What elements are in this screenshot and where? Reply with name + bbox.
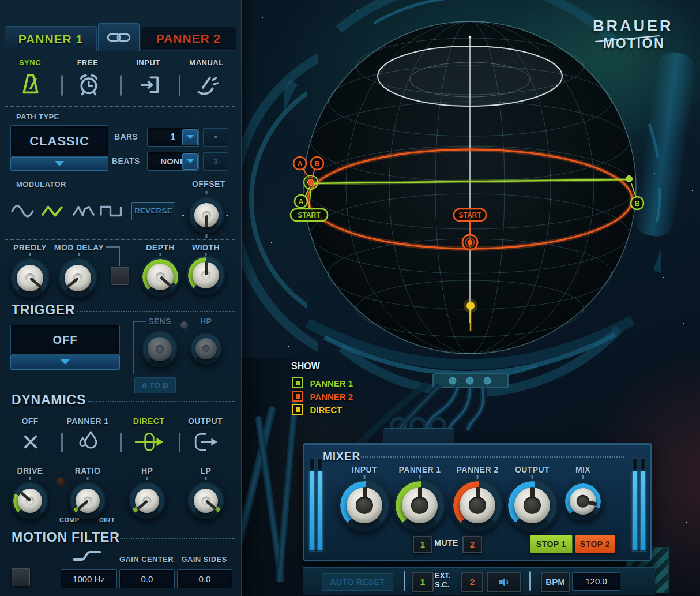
bars-value[interactable]: 1 — [147, 128, 199, 147]
machinery-arc — [284, 0, 660, 378]
depth-knob[interactable] — [142, 259, 178, 295]
manual-mode-button[interactable] — [195, 73, 219, 99]
free-mode-button[interactable] — [77, 73, 100, 99]
show-direct-checkbox[interactable] — [292, 404, 303, 415]
knob-tick — [206, 234, 208, 238]
motion-filter-header: MOTION FILTER — [12, 530, 120, 545]
show-panner2-checkbox[interactable] — [292, 391, 303, 402]
offset-label: OFFSET — [192, 179, 225, 189]
dyn-direct-button[interactable] — [134, 432, 165, 455]
gain-center-field[interactable]: 0.0 — [119, 569, 175, 588]
panner1-path[interactable] — [311, 179, 629, 183]
offset-min-tick: - — [182, 211, 185, 219]
trigger-hp-knob[interactable] — [191, 334, 220, 363]
mixer-output-knob[interactable] — [508, 481, 556, 530]
bars-dot-button[interactable] — [203, 128, 228, 147]
sens-knob[interactable] — [144, 333, 176, 365]
dyn-off-label: OFF — [21, 417, 38, 426]
ratio-knob[interactable] — [71, 484, 104, 518]
brand-logo: BRAUER — [593, 17, 673, 35]
sync-mode-button[interactable] — [20, 73, 42, 99]
mod-delay-knob[interactable] — [60, 260, 96, 296]
hp-knob[interactable] — [130, 484, 164, 518]
output-meter-right — [640, 458, 646, 552]
wave-saw-button[interactable] — [71, 202, 96, 223]
trigger-dropdown[interactable] — [10, 355, 120, 370]
reverse-button[interactable]: REVERSE — [131, 202, 175, 220]
input-label: INPUT — [136, 58, 160, 67]
knob-tick — [206, 191, 208, 194]
tab-panner1[interactable]: PANNER 1 — [5, 26, 97, 51]
show-panner1-toggle[interactable]: PANNER 1 — [292, 377, 353, 391]
dyn-direct-label: DIRECT — [133, 417, 165, 426]
mixer-panner2-knob[interactable] — [453, 481, 502, 530]
show-direct-toggle[interactable]: DIRECT — [292, 404, 342, 417]
input-meter-right — [317, 458, 323, 552]
lp-knob[interactable] — [189, 484, 223, 518]
drive-knob[interactable] — [13, 484, 47, 518]
header-divider — [77, 311, 235, 312]
mute-label: MUTE — [434, 538, 458, 548]
mixer-input-knob[interactable] — [340, 481, 389, 530]
dyn-off-button[interactable] — [21, 433, 40, 453]
metronome-icon — [20, 73, 42, 97]
mute-2-button[interactable]: 2 — [462, 536, 482, 553]
stop-1-button[interactable]: STOP 1 — [530, 535, 573, 553]
dyn-output-button[interactable] — [193, 432, 219, 455]
show-panner1-checkbox[interactable] — [292, 377, 303, 388]
bars-dropdown-arrow[interactable] — [182, 129, 198, 145]
offset-knob[interactable] — [190, 199, 223, 231]
path-type-label: PATH TYPE — [16, 113, 59, 121]
filter-freq-field[interactable]: 1000 Hz — [61, 569, 117, 588]
trigger-led — [180, 321, 188, 329]
wave-triangle-button[interactable] — [40, 202, 65, 223]
predly-knob[interactable] — [12, 260, 48, 296]
mixer-panner2-label: PANNER 2 — [457, 465, 499, 474]
mixer-mix-knob[interactable] — [565, 483, 601, 519]
tab-panner2[interactable]: PANNER 2 — [141, 27, 236, 51]
water-drops-icon — [77, 429, 99, 453]
bpm-button[interactable]: BPM — [541, 572, 570, 592]
beats-dropdown-arrow[interactable] — [182, 153, 198, 170]
direct-marker[interactable] — [464, 299, 477, 331]
wave-sine-button[interactable] — [10, 202, 35, 223]
link-panners-button[interactable] — [98, 23, 140, 51]
beats-triplet-button[interactable]: ‒3‒ — [203, 152, 228, 171]
sc-monitor-button[interactable] — [487, 572, 521, 592]
comp-label: COMP — [59, 516, 80, 523]
wave-square-button[interactable] — [99, 202, 123, 223]
chevron-down-icon — [187, 135, 194, 139]
motion-filter-enable-checkbox[interactable] — [12, 568, 30, 586]
ratio-label: RATIO — [75, 466, 101, 475]
mod-delay-link-checkbox[interactable] — [111, 267, 129, 285]
panner2-start-label[interactable]: START — [454, 209, 486, 234]
mixer-header: MIXER — [323, 450, 360, 463]
bpm-value-field[interactable]: 120.0 — [572, 572, 620, 591]
trigger-mode-value[interactable]: OFF — [10, 325, 120, 355]
dyn-panner1-button[interactable] — [77, 429, 99, 456]
gain-sides-field[interactable]: 0.0 — [177, 569, 232, 588]
ext-label-bottom: S.C. — [435, 580, 450, 590]
sphere-latitude-grid — [304, 38, 636, 337]
auto-reset-button[interactable]: AUTO RESET — [322, 573, 393, 591]
show-panner2-label: PANNER 2 — [310, 392, 353, 402]
trigger-header: TRIGGER — [12, 302, 75, 318]
mixer-panner1-knob[interactable] — [396, 481, 444, 530]
path-type-dropdown[interactable] — [10, 157, 108, 171]
ext-sc-1-button[interactable]: 1 — [412, 572, 434, 592]
path-type-value[interactable]: CLASSIC — [10, 125, 108, 157]
ext-sc-2-button[interactable]: 2 — [461, 572, 483, 592]
width-knob[interactable] — [188, 257, 224, 293]
show-panner2-toggle[interactable]: PANNER 2 — [292, 391, 353, 404]
panner2-position-marker[interactable] — [462, 235, 477, 250]
input-mode-button[interactable] — [138, 73, 160, 99]
panner2-path[interactable] — [308, 149, 632, 249]
connector-line — [119, 246, 120, 266]
header-divider — [120, 538, 235, 539]
sphere-top-cap — [378, 46, 562, 106]
a-to-b-button[interactable]: A TO B — [134, 377, 176, 393]
base-arc — [325, 335, 615, 373]
beats-value[interactable]: NONE — [147, 152, 199, 171]
mute-1-button[interactable]: 1 — [413, 536, 432, 553]
stop-2-button[interactable]: STOP 2 — [575, 535, 615, 553]
